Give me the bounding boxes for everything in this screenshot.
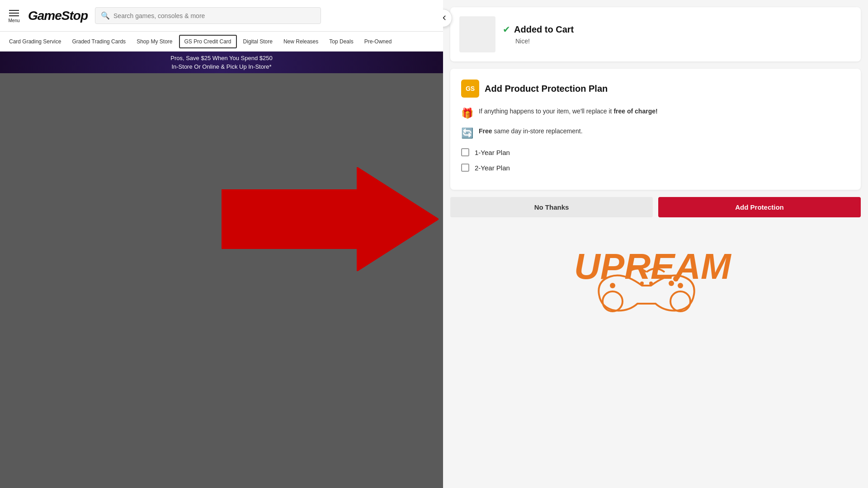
protection-plan-card: GS Add Product Protection Plan 🎁 If anyt… bbox=[450, 69, 861, 190]
promo-banner: Pros, Save $25 When You Spend $250 In-St… bbox=[0, 52, 443, 73]
product-thumbnail bbox=[459, 16, 495, 52]
plan-2-year-label: 2-Year Plan bbox=[475, 164, 510, 172]
nav-new-releases[interactable]: New Releases bbox=[279, 36, 323, 47]
nav-graded-cards[interactable]: Graded Trading Cards bbox=[67, 36, 130, 47]
added-to-cart-title: Added to Cart bbox=[514, 24, 574, 35]
svg-text:UPREAM: UPREAM bbox=[574, 246, 732, 286]
feature-2-text: Free same day in-store replacement. bbox=[479, 127, 583, 136]
gamestop-logo: GameStop bbox=[28, 9, 88, 23]
added-to-cart-info: ✔ Added to Cart Nice! bbox=[503, 24, 852, 45]
svg-point-3 bbox=[670, 291, 690, 311]
nav-card-grading[interactable]: Card Grading Service bbox=[5, 36, 66, 47]
svg-marker-0 bbox=[222, 167, 439, 271]
red-arrow bbox=[222, 167, 439, 273]
protection-header: GS Add Product Protection Plan bbox=[461, 80, 850, 98]
plan-1-year: 1-Year Plan bbox=[461, 148, 850, 156]
plan-1-year-checkbox[interactable] bbox=[461, 148, 469, 156]
upstream-logo: UPREAM bbox=[570, 234, 741, 324]
added-to-cart-subtitle: Nice! bbox=[515, 38, 852, 45]
svg-point-6 bbox=[678, 283, 683, 288]
protection-feature-2: 🔄 Free same day in-store replacement. bbox=[461, 127, 850, 139]
action-buttons: No Thanks Add Protection bbox=[450, 197, 861, 217]
upstream-section: UPREAM bbox=[450, 225, 861, 333]
plan-options: 1-Year Plan 2-Year Plan bbox=[461, 148, 850, 172]
add-protection-button[interactable]: Add Protection bbox=[658, 197, 861, 217]
right-panel: ✕ ✔ Added to Cart Nice! GS Add Product P… bbox=[443, 0, 868, 488]
protection-feature-1: 🎁 If anything happens to your item, we'l… bbox=[461, 107, 850, 119]
added-title-row: ✔ Added to Cart bbox=[503, 24, 852, 35]
nav-pre-owned[interactable]: Pre-Owned bbox=[360, 36, 396, 47]
svg-point-9 bbox=[649, 282, 653, 285]
nav-digital-store[interactable]: Digital Store bbox=[239, 36, 277, 47]
feature-1-text: If anything happens to your item, we'll … bbox=[479, 107, 658, 116]
svg-point-5 bbox=[669, 281, 674, 286]
hamburger-icon bbox=[7, 8, 21, 18]
plan-2-year-checkbox[interactable] bbox=[461, 164, 469, 172]
menu-button[interactable]: Menu bbox=[7, 8, 21, 23]
added-to-cart-card: ✔ Added to Cart Nice! bbox=[450, 7, 861, 61]
svg-point-7 bbox=[673, 276, 679, 282]
svg-point-2 bbox=[603, 291, 623, 311]
svg-point-4 bbox=[610, 283, 615, 288]
no-thanks-button[interactable]: No Thanks bbox=[450, 197, 653, 217]
nav-gs-pro-credit[interactable]: GS Pro Credit Card bbox=[179, 35, 237, 48]
search-icon: 🔍 bbox=[101, 11, 110, 20]
plan-1-year-label: 1-Year Plan bbox=[475, 149, 510, 156]
menu-label: Menu bbox=[8, 18, 19, 23]
plan-2-year: 2-Year Plan bbox=[461, 164, 850, 172]
site-header: Menu GameStop 🔍 bbox=[0, 0, 443, 32]
gs-badge: GS bbox=[461, 80, 479, 98]
svg-point-8 bbox=[640, 282, 644, 285]
protection-plan-title: Add Product Protection Plan bbox=[485, 84, 608, 94]
promo-text: Pros, Save $25 When You Spend $250 In-St… bbox=[170, 54, 273, 71]
gift-icon: 🎁 bbox=[461, 108, 473, 119]
search-input[interactable] bbox=[113, 12, 315, 19]
refresh-icon: 🔄 bbox=[461, 127, 473, 139]
navigation-bar: Card Grading Service Graded Trading Card… bbox=[0, 32, 443, 52]
nav-top-deals[interactable]: Top Deals bbox=[325, 36, 358, 47]
nav-shop-store[interactable]: Shop My Store bbox=[132, 36, 177, 47]
search-bar[interactable]: 🔍 bbox=[95, 7, 321, 24]
check-icon: ✔ bbox=[503, 24, 510, 35]
upstream-svg-logo: UPREAM bbox=[570, 234, 741, 324]
